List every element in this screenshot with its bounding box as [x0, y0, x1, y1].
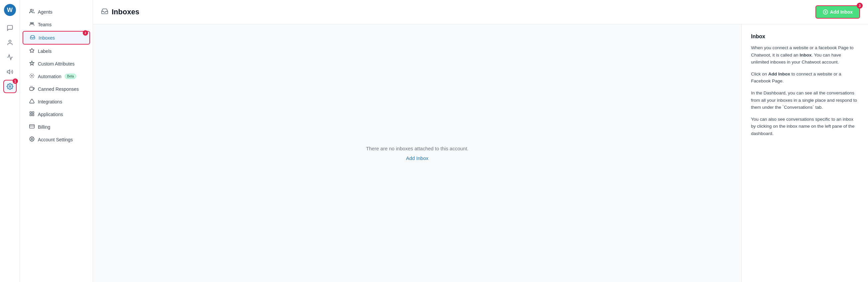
sidebar-item-automation-label: Automation [38, 74, 61, 79]
settings-nav-icon[interactable]: 1 [3, 80, 17, 93]
reports-nav-icon[interactable] [3, 51, 17, 64]
sidebar-item-billing-label: Billing [38, 124, 50, 130]
empty-state-area: There are no inboxes attached to this ac… [93, 24, 742, 282]
page-header-icon [101, 8, 108, 17]
info-text-4: You can also see conversations specific … [751, 116, 859, 137]
add-inbox-button[interactable]: Add Inbox 3 [815, 5, 860, 19]
page-header: Inboxes Add Inbox 3 [93, 0, 868, 24]
sidebar-item-account-settings-label: Account Settings [38, 137, 73, 142]
settings-sidebar: Agents Teams Inboxes 2 Labels Custom Att… [20, 0, 93, 282]
sidebar-item-agents[interactable]: Agents [23, 6, 90, 18]
contacts-nav-icon[interactable] [3, 36, 17, 49]
svg-point-3 [30, 9, 32, 11]
svg-point-7 [32, 76, 33, 77]
inboxes-icon [30, 35, 35, 41]
svg-point-17 [31, 138, 33, 140]
labels-icon [29, 48, 35, 54]
sidebar-item-billing[interactable]: Billing [23, 121, 90, 133]
step-2-badge: 2 [83, 30, 88, 35]
integrations-icon [29, 98, 35, 105]
header-left: Inboxes [101, 8, 139, 17]
automation-icon [29, 73, 35, 80]
sidebar-item-account-settings[interactable]: Account Settings [23, 133, 90, 146]
svg-rect-12 [32, 112, 34, 113]
svg-point-2 [9, 86, 11, 87]
empty-state-message: There are no inboxes attached to this ac… [366, 146, 469, 151]
sidebar-item-applications-label: Applications [38, 112, 63, 117]
content-body: There are no inboxes attached to this ac… [93, 24, 868, 282]
sidebar-item-labels[interactable]: Labels [23, 45, 90, 57]
info-text-3: In the Dashboard, you can see all the co… [751, 89, 859, 111]
icon-rail: W 1 [0, 0, 20, 282]
sidebar-item-integrations-label: Integrations [38, 99, 62, 105]
sidebar-item-canned-responses[interactable]: Canned Responses [23, 83, 90, 95]
sidebar-item-canned-responses-label: Canned Responses [38, 86, 79, 92]
svg-marker-6 [30, 48, 34, 53]
svg-point-5 [32, 22, 34, 24]
info-panel-title: Inbox [751, 34, 859, 39]
sidebar-item-labels-label: Labels [38, 49, 52, 54]
sidebar-item-inboxes-label: Inboxes [38, 35, 55, 40]
campaigns-nav-icon[interactable] [3, 65, 17, 79]
automation-beta-badge: Beta [65, 74, 76, 79]
sidebar-item-agents-label: Agents [38, 9, 53, 15]
empty-state-add-inbox-link[interactable]: Add Inbox [406, 155, 429, 161]
chat-nav-icon[interactable] [3, 21, 17, 35]
account-settings-icon [29, 136, 35, 143]
sidebar-item-teams[interactable]: Teams [23, 18, 90, 31]
svg-rect-13 [32, 114, 34, 116]
billing-icon [29, 124, 35, 130]
add-inbox-button-label: Add Inbox [830, 9, 853, 15]
svg-point-4 [30, 22, 32, 24]
sidebar-item-teams-label: Teams [38, 22, 52, 27]
info-text-2: Click on Add Inbox to connect a website … [751, 70, 859, 85]
info-text-1: When you connect a website or a facebook… [751, 44, 859, 66]
svg-rect-11 [30, 112, 32, 113]
canned-responses-icon [29, 86, 35, 92]
sidebar-item-integrations[interactable]: Integrations [23, 95, 90, 108]
teams-icon [29, 21, 35, 28]
svg-rect-15 [30, 125, 35, 129]
svg-rect-14 [30, 114, 32, 116]
sidebar-item-applications[interactable]: Applications [23, 108, 90, 120]
main-content: Inboxes Add Inbox 3 There are no inboxes… [93, 0, 868, 282]
step-1-badge: 1 [12, 79, 18, 84]
sidebar-item-inboxes[interactable]: Inboxes 2 [23, 31, 90, 45]
page-title: Inboxes [112, 8, 139, 16]
svg-point-0 [9, 40, 11, 43]
sidebar-item-custom-attributes[interactable]: Custom Attributes [23, 58, 90, 70]
applications-icon [29, 111, 35, 117]
sidebar-item-automation[interactable]: Automation Beta [23, 70, 90, 82]
svg-marker-1 [7, 70, 10, 74]
info-panel: Inbox When you connect a website or a fa… [742, 24, 868, 282]
app-logo: W [4, 4, 16, 16]
custom-attributes-icon [29, 60, 35, 67]
step-3-badge: 3 [857, 3, 863, 9]
agents-icon [29, 9, 35, 15]
sidebar-item-custom-attributes-label: Custom Attributes [38, 61, 75, 66]
